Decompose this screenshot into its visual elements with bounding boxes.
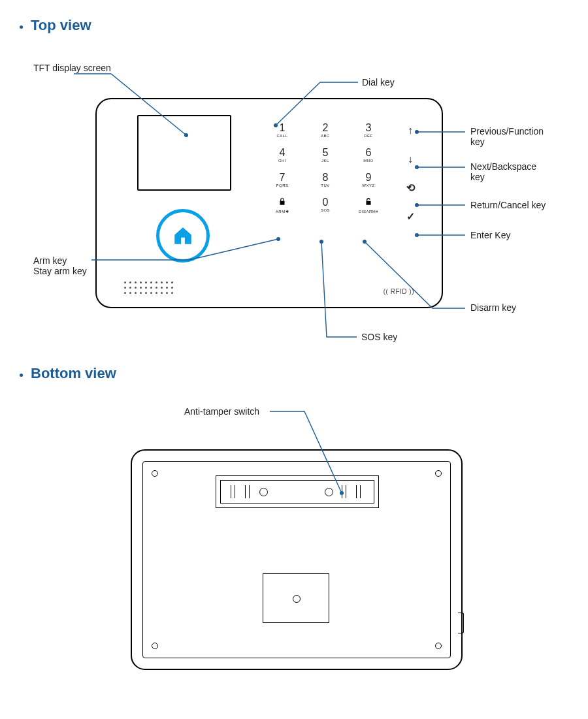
- device-top-view: 1CALL 2ABC 3DEF 4GHI 5JKL 6MNO 7PQRS 8TU…: [95, 98, 443, 308]
- home-button: [156, 209, 210, 263]
- return-icon: ⟲: [406, 183, 415, 193]
- key-0: 0SOS: [310, 197, 341, 214]
- callout-anti-tamper: Anti-tamper switch: [184, 406, 259, 417]
- callout-next: Next/Backspace key: [470, 161, 536, 182]
- key-8: 8TUV: [310, 172, 341, 188]
- arrow-down-icon: ↓: [408, 154, 413, 165]
- key-6: 6MNO: [353, 148, 384, 163]
- callout-sos: SOS key: [361, 332, 397, 342]
- callout-disarm: Disarm key: [470, 302, 516, 313]
- keypad: 1CALL 2ABC 3DEF 4GHI 5JKL 6MNO 7PQRS 8TU…: [267, 123, 384, 223]
- device-bottom-view: [131, 449, 463, 670]
- home-icon: [172, 225, 194, 247]
- key-disarm: DISARM#: [353, 197, 384, 214]
- heading-top-view: Top view: [31, 17, 91, 34]
- key-4: 4GHI: [267, 148, 298, 163]
- key-arm: ARM✱: [267, 197, 298, 214]
- bullet-icon: [20, 374, 23, 377]
- key-3: 3DEF: [353, 123, 384, 138]
- tft-display-screen: [137, 115, 231, 191]
- key-5: 5JKL: [310, 148, 341, 163]
- callout-enter: Enter Key: [470, 230, 510, 240]
- heading-bottom-view: Bottom view: [31, 365, 116, 382]
- callout-arm: Arm key Stay arm key: [33, 255, 87, 276]
- key-1: 1CALL: [267, 123, 298, 138]
- arrow-up-icon: ↑: [408, 125, 413, 136]
- callout-return: Return/Cancel key: [470, 200, 546, 210]
- bullet-icon: [20, 25, 23, 29]
- callout-tft: TFT display screen: [33, 63, 111, 73]
- key-9: 9WXYZ: [353, 172, 384, 188]
- unlock-icon: [364, 197, 373, 206]
- slot-plate: [216, 475, 379, 508]
- check-icon: ✓: [406, 212, 415, 222]
- key-2: 2ABC: [310, 123, 341, 138]
- nav-column: ↑ ↓ ⟲ ✓: [397, 125, 423, 222]
- speaker-grille: [124, 281, 174, 295]
- key-7: 7PQRS: [267, 172, 298, 188]
- rfid-label: (( RFID )): [384, 288, 414, 295]
- side-port: [458, 613, 464, 633]
- callout-prev: Previous/Function key: [470, 126, 544, 147]
- battery-cover: [263, 573, 329, 623]
- callout-dial: Dial key: [362, 77, 395, 88]
- lock-icon: [278, 197, 287, 206]
